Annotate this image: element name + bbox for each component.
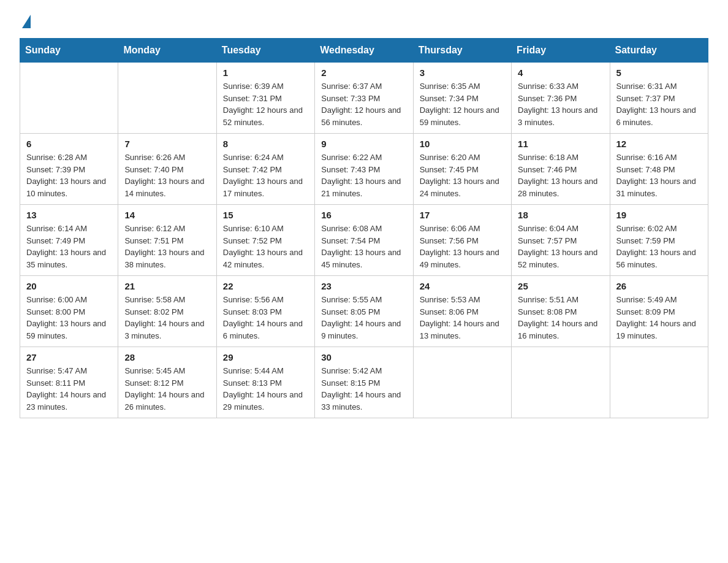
day-info: Sunrise: 6:10 AMSunset: 7:52 PMDaylight:…	[223, 223, 308, 270]
day-info: Sunrise: 5:49 AMSunset: 8:09 PMDaylight:…	[616, 294, 702, 342]
day-number: 10	[420, 139, 505, 149]
day-info: Sunrise: 5:56 AMSunset: 8:03 PMDaylight:…	[223, 294, 308, 342]
calendar-week-row: 1Sunrise: 6:39 AMSunset: 7:31 PMDaylight…	[20, 63, 708, 134]
day-number: 21	[124, 281, 210, 291]
day-number: 20	[26, 281, 112, 291]
day-info: Sunrise: 5:51 AMSunset: 8:08 PMDaylight:…	[518, 294, 603, 342]
day-info: Sunrise: 6:08 AMSunset: 7:54 PMDaylight:…	[321, 223, 406, 270]
day-info: Sunrise: 6:24 AMSunset: 7:42 PMDaylight:…	[223, 151, 308, 199]
day-info: Sunrise: 6:20 AMSunset: 7:45 PMDaylight:…	[420, 151, 505, 199]
day-number: 22	[223, 281, 308, 291]
day-info: Sunrise: 6:28 AMSunset: 7:39 PMDaylight:…	[26, 151, 112, 199]
day-number: 26	[616, 281, 702, 291]
calendar-cell: 9Sunrise: 6:22 AMSunset: 7:43 PMDaylight…	[315, 134, 413, 205]
day-number: 27	[26, 352, 112, 362]
calendar-cell: 21Sunrise: 5:58 AMSunset: 8:02 PMDayligh…	[118, 276, 216, 347]
day-number: 19	[616, 210, 702, 220]
day-info: Sunrise: 6:18 AMSunset: 7:46 PMDaylight:…	[518, 151, 603, 199]
day-number: 7	[124, 139, 210, 149]
day-number: 16	[321, 210, 406, 220]
day-info: Sunrise: 5:45 AMSunset: 8:12 PMDaylight:…	[124, 365, 210, 413]
calendar-cell	[512, 347, 610, 418]
day-number: 11	[518, 139, 603, 149]
calendar-cell: 1Sunrise: 6:39 AMSunset: 7:31 PMDaylight…	[216, 63, 314, 134]
day-info: Sunrise: 6:04 AMSunset: 7:57 PMDaylight:…	[518, 223, 603, 270]
day-number: 23	[321, 281, 406, 291]
weekday-header-sunday: Sunday	[20, 39, 118, 63]
weekday-header-monday: Monday	[118, 39, 216, 63]
day-number: 8	[223, 139, 308, 149]
day-info: Sunrise: 5:44 AMSunset: 8:13 PMDaylight:…	[223, 365, 308, 413]
day-number: 28	[124, 352, 210, 362]
weekday-header-thursday: Thursday	[413, 39, 511, 63]
weekday-header-saturday: Saturday	[610, 39, 708, 63]
day-info: Sunrise: 6:06 AMSunset: 7:56 PMDaylight:…	[420, 223, 505, 270]
day-number: 13	[26, 210, 112, 220]
day-number: 4	[518, 67, 603, 78]
calendar-cell: 27Sunrise: 5:47 AMSunset: 8:11 PMDayligh…	[20, 347, 118, 418]
day-info: Sunrise: 6:00 AMSunset: 8:00 PMDaylight:…	[26, 294, 112, 342]
calendar-cell	[413, 347, 511, 418]
calendar-cell: 16Sunrise: 6:08 AMSunset: 7:54 PMDayligh…	[315, 205, 413, 276]
day-info: Sunrise: 6:37 AMSunset: 7:33 PMDaylight:…	[321, 80, 406, 128]
calendar-cell: 14Sunrise: 6:12 AMSunset: 7:51 PMDayligh…	[118, 205, 216, 276]
day-info: Sunrise: 5:53 AMSunset: 8:06 PMDaylight:…	[420, 294, 505, 342]
day-info: Sunrise: 5:47 AMSunset: 8:11 PMDaylight:…	[26, 365, 112, 413]
calendar-cell: 26Sunrise: 5:49 AMSunset: 8:09 PMDayligh…	[610, 276, 708, 347]
calendar-cell	[610, 347, 708, 418]
calendar-cell: 6Sunrise: 6:28 AMSunset: 7:39 PMDaylight…	[20, 134, 118, 205]
day-number: 25	[518, 281, 603, 291]
day-number: 3	[420, 67, 505, 78]
page-header	[20, 15, 708, 27]
weekday-header-tuesday: Tuesday	[216, 39, 314, 63]
logo-triangle-icon	[22, 15, 31, 28]
calendar-cell: 8Sunrise: 6:24 AMSunset: 7:42 PMDaylight…	[216, 134, 314, 205]
calendar-cell: 11Sunrise: 6:18 AMSunset: 7:46 PMDayligh…	[512, 134, 610, 205]
day-info: Sunrise: 6:26 AMSunset: 7:40 PMDaylight:…	[124, 151, 210, 199]
day-number: 17	[420, 210, 505, 220]
calendar-table: SundayMondayTuesdayWednesdayThursdayFrid…	[20, 38, 708, 418]
calendar-cell	[20, 63, 118, 134]
calendar-cell: 5Sunrise: 6:31 AMSunset: 7:37 PMDaylight…	[610, 63, 708, 134]
calendar-cell: 13Sunrise: 6:14 AMSunset: 7:49 PMDayligh…	[20, 205, 118, 276]
calendar-cell: 19Sunrise: 6:02 AMSunset: 7:59 PMDayligh…	[610, 205, 708, 276]
logo	[20, 15, 31, 27]
calendar-cell: 17Sunrise: 6:06 AMSunset: 7:56 PMDayligh…	[413, 205, 511, 276]
day-info: Sunrise: 6:39 AMSunset: 7:31 PMDaylight:…	[223, 80, 308, 128]
calendar-cell: 10Sunrise: 6:20 AMSunset: 7:45 PMDayligh…	[413, 134, 511, 205]
calendar-cell: 20Sunrise: 6:00 AMSunset: 8:00 PMDayligh…	[20, 276, 118, 347]
day-number: 18	[518, 210, 603, 220]
calendar-cell: 22Sunrise: 5:56 AMSunset: 8:03 PMDayligh…	[216, 276, 314, 347]
calendar-cell: 2Sunrise: 6:37 AMSunset: 7:33 PMDaylight…	[315, 63, 413, 134]
day-info: Sunrise: 6:14 AMSunset: 7:49 PMDaylight:…	[26, 223, 112, 270]
day-info: Sunrise: 5:42 AMSunset: 8:15 PMDaylight:…	[321, 365, 406, 413]
day-number: 9	[321, 139, 406, 149]
calendar-cell: 29Sunrise: 5:44 AMSunset: 8:13 PMDayligh…	[216, 347, 314, 418]
day-number: 1	[223, 67, 308, 78]
calendar-cell: 3Sunrise: 6:35 AMSunset: 7:34 PMDaylight…	[413, 63, 511, 134]
day-info: Sunrise: 6:31 AMSunset: 7:37 PMDaylight:…	[616, 80, 702, 128]
day-number: 30	[321, 352, 406, 362]
calendar-cell: 30Sunrise: 5:42 AMSunset: 8:15 PMDayligh…	[315, 347, 413, 418]
day-number: 14	[124, 210, 210, 220]
day-number: 29	[223, 352, 308, 362]
calendar-cell: 23Sunrise: 5:55 AMSunset: 8:05 PMDayligh…	[315, 276, 413, 347]
calendar-cell: 24Sunrise: 5:53 AMSunset: 8:06 PMDayligh…	[413, 276, 511, 347]
day-info: Sunrise: 6:22 AMSunset: 7:43 PMDaylight:…	[321, 151, 406, 199]
day-info: Sunrise: 6:33 AMSunset: 7:36 PMDaylight:…	[518, 80, 603, 128]
weekday-header-friday: Friday	[512, 39, 610, 63]
calendar-week-row: 13Sunrise: 6:14 AMSunset: 7:49 PMDayligh…	[20, 205, 708, 276]
calendar-week-row: 6Sunrise: 6:28 AMSunset: 7:39 PMDaylight…	[20, 134, 708, 205]
day-info: Sunrise: 6:16 AMSunset: 7:48 PMDaylight:…	[616, 151, 702, 199]
calendar-cell: 18Sunrise: 6:04 AMSunset: 7:57 PMDayligh…	[512, 205, 610, 276]
calendar-cell	[118, 63, 216, 134]
calendar-cell: 7Sunrise: 6:26 AMSunset: 7:40 PMDaylight…	[118, 134, 216, 205]
day-info: Sunrise: 6:02 AMSunset: 7:59 PMDaylight:…	[616, 223, 702, 270]
day-number: 24	[420, 281, 505, 291]
day-number: 5	[616, 67, 702, 78]
day-number: 15	[223, 210, 308, 220]
day-info: Sunrise: 5:58 AMSunset: 8:02 PMDaylight:…	[124, 294, 210, 342]
calendar-cell: 4Sunrise: 6:33 AMSunset: 7:36 PMDaylight…	[512, 63, 610, 134]
day-number: 2	[321, 67, 406, 78]
calendar-cell: 12Sunrise: 6:16 AMSunset: 7:48 PMDayligh…	[610, 134, 708, 205]
